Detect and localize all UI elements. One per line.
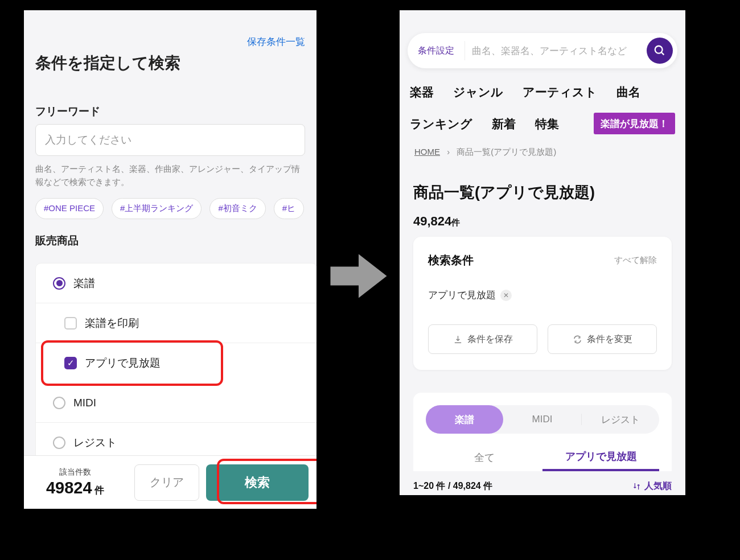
- tab-all[interactable]: 全て: [426, 444, 542, 471]
- tag[interactable]: #初音ミク: [209, 198, 265, 219]
- segment-regist[interactable]: レジスト: [582, 413, 659, 426]
- result-count: 49,824件: [413, 214, 460, 229]
- result-bar: 1~20 件 / 49,824 件 人気順: [413, 475, 672, 496]
- right-screen: 条件設定 曲名、楽器名、アーティスト名など 楽器 ジャンル アーティスト 曲名 …: [398, 9, 686, 496]
- nav-instrument[interactable]: 楽器: [410, 84, 434, 100]
- nav-genre[interactable]: ジャンル: [453, 84, 503, 100]
- freeword-label: フリーワード: [35, 104, 100, 119]
- left-screen: 保存条件一覧 条件を指定して検索 フリーワード 入力してください 曲名、アーティ…: [23, 9, 318, 510]
- checkbox-icon: ✓: [64, 357, 77, 369]
- option-print[interactable]: 楽譜を印刷: [36, 303, 317, 343]
- chip-label: アプリで見放題: [428, 289, 496, 302]
- search-button[interactable]: [647, 38, 673, 64]
- radio-icon: [53, 277, 65, 290]
- segment-control: 楽譜 MIDI レジスト: [426, 405, 659, 434]
- radio-icon: [53, 437, 65, 449]
- option-label: 楽譜を印刷: [85, 316, 139, 331]
- clear-button[interactable]: クリア: [134, 464, 199, 501]
- download-icon: [453, 335, 463, 344]
- clear-all-button[interactable]: すべて解除: [614, 255, 657, 266]
- breadcrumb-home[interactable]: HOME: [414, 147, 440, 157]
- count-label: 該当件数: [24, 467, 126, 477]
- option-app[interactable]: ✓ アプリで見放題: [36, 343, 317, 383]
- svg-line-1: [661, 52, 664, 55]
- nav-song[interactable]: 曲名: [616, 84, 640, 100]
- sort-icon: [632, 482, 641, 491]
- option-label: 楽譜: [73, 276, 95, 291]
- search-input[interactable]: 曲名、楽器名、アーティスト名など: [465, 44, 647, 57]
- tab-app[interactable]: アプリで見放題: [542, 444, 659, 471]
- option-label: MIDI: [73, 397, 96, 409]
- count-box: 該当件数 49824 件: [24, 467, 126, 497]
- option-midi[interactable]: MIDI: [36, 383, 317, 423]
- save-conditions-button[interactable]: 条件を保存: [428, 324, 537, 354]
- saved-conditions-link[interactable]: 保存条件一覧: [247, 35, 305, 48]
- svg-point-0: [655, 46, 663, 53]
- footer-bar: 該当件数 49824 件 クリア 検索: [24, 455, 316, 509]
- promo-button[interactable]: 楽譜が見放題！: [594, 113, 675, 134]
- count-unit: 件: [94, 485, 104, 496]
- sort-button[interactable]: 人気順: [632, 480, 672, 492]
- segment-midi[interactable]: MIDI: [503, 414, 581, 425]
- tabs-card: 楽譜 MIDI レジスト 全て アプリで見放題: [413, 393, 672, 471]
- arrow-icon: [327, 245, 390, 307]
- section-label: 販売商品: [35, 233, 79, 248]
- tag[interactable]: #ヒ: [274, 198, 304, 219]
- tag-row: #ONE PIECE #上半期ランキング #初音ミク #ヒ: [35, 198, 316, 219]
- option-gakufu[interactable]: 楽譜: [36, 263, 317, 303]
- segment-gakufu[interactable]: 楽譜: [426, 405, 503, 434]
- tag[interactable]: #ONE PIECE: [35, 198, 104, 219]
- search-button[interactable]: 検索: [206, 464, 309, 501]
- page-title: 条件を指定して検索: [35, 52, 180, 74]
- chevron-right-icon: ›: [447, 147, 450, 157]
- product-options: 楽譜 楽譜を印刷 ✓ アプリで見放題 MIDI レジスト: [35, 263, 318, 463]
- condition-settings-button[interactable]: 条件設定: [408, 41, 465, 60]
- freeword-help: 曲名、アーティスト名、楽器、作曲家、アレンジャー、タイアップ情報などで検索できま…: [35, 163, 305, 188]
- close-icon[interactable]: ✕: [500, 290, 512, 301]
- freeword-placeholder: 入力してください: [45, 133, 131, 147]
- nav-ranking[interactable]: ランキング: [410, 116, 472, 132]
- result-range: 1~20 件 / 49,824 件: [413, 480, 492, 492]
- breadcrumb-current: 商品一覧(アプリで見放題): [457, 147, 556, 157]
- conditions-card: 検索条件 すべて解除 アプリで見放題 ✕ 条件を保存 条件を変更: [413, 237, 672, 370]
- nav-artist[interactable]: アーティスト: [523, 84, 597, 100]
- search-bar: 条件設定 曲名、楽器名、アーティスト名など: [408, 33, 677, 68]
- option-label: アプリで見放題: [85, 356, 161, 370]
- page-title: 商品一覧(アプリで見放題): [413, 182, 595, 203]
- filter-tabs: 全て アプリで見放題: [426, 444, 659, 471]
- tag[interactable]: #上半期ランキング: [112, 198, 202, 219]
- conditions-title: 検索条件: [428, 253, 474, 268]
- filter-chip: アプリで見放題 ✕: [428, 289, 512, 302]
- search-icon: [653, 44, 666, 57]
- freeword-input[interactable]: 入力してください: [35, 124, 305, 156]
- refresh-icon: [573, 335, 582, 344]
- count-value: 49824: [46, 479, 92, 497]
- breadcrumb: HOME › 商品一覧(アプリで見放題): [414, 147, 556, 158]
- nav-new[interactable]: 新着: [492, 116, 516, 132]
- nav-feature[interactable]: 特集: [535, 116, 559, 132]
- change-conditions-button[interactable]: 条件を変更: [548, 324, 657, 354]
- option-label: レジスト: [73, 435, 117, 450]
- radio-icon: [53, 397, 65, 409]
- checkbox-icon: [64, 317, 77, 330]
